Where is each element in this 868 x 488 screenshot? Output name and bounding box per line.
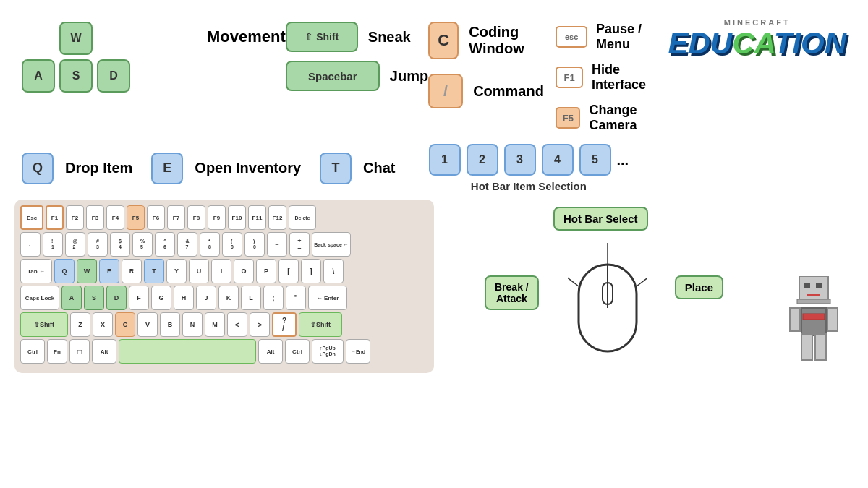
kb-B: B <box>160 312 180 337</box>
hotbar-key-4: 4 <box>542 144 574 176</box>
kb-f9: F9 <box>208 205 226 230</box>
kb-R: R <box>122 259 142 283</box>
hotbar-select-box: Hot Bar Select <box>553 207 648 231</box>
pause-label: Pause / Menu <box>596 22 668 52</box>
hide-row: F1 Hide Interface <box>556 62 668 93</box>
kb-K: K <box>218 286 239 310</box>
svg-rect-16 <box>790 308 800 331</box>
movement-label: Movement <box>207 27 286 46</box>
sneak-row: ⇧ Shift Sneak <box>286 22 428 52</box>
key-spacebar: Spacebar <box>286 61 380 91</box>
kb-U: U <box>189 259 209 283</box>
hotbar-label: Hot Bar Item Selection <box>429 180 629 192</box>
coding-section: C Coding Window / Command <box>428 22 556 108</box>
camera-label: Change Camera <box>589 103 668 133</box>
key-slash: / <box>428 74 463 108</box>
kb-minus: − <box>267 232 287 257</box>
logo-education-text: EDUCATION <box>668 28 846 59</box>
camera-row: F5 Change Camera <box>556 103 668 133</box>
kb-V: V <box>137 312 158 337</box>
svg-rect-8 <box>804 283 810 288</box>
hotbar-dots: ... <box>617 152 629 168</box>
movement-group: W A S D <box>22 22 130 93</box>
kb-row-bottom: Ctrl Fn □ Alt Alt Ctrl ↑PgUp↓PgDn →End <box>20 339 428 364</box>
key-f1: F1 <box>556 67 583 88</box>
coding-window-row: C Coding Window <box>428 22 556 59</box>
kb-I: I <box>211 259 231 283</box>
kb-quote: " <box>286 286 306 310</box>
kb-M: M <box>205 312 225 337</box>
kb-shift-l: ⇧Shift <box>20 312 68 337</box>
key-esc: esc <box>556 26 587 48</box>
kb-6: ^6 <box>155 232 175 257</box>
character-svg <box>781 276 846 363</box>
kb-spacebar <box>119 339 256 364</box>
mouse-diagram: Hot Bar Select Break /Attack Place <box>485 207 731 373</box>
kb-backslash: \ <box>323 259 344 283</box>
kb-3: #3 <box>88 232 108 257</box>
kb-0: )0 <box>244 232 265 257</box>
kb-S: S <box>84 286 104 310</box>
kb-f6: F6 <box>147 205 165 230</box>
kb-bracket-r: ] <box>301 259 321 283</box>
kb-f2: F2 <box>66 205 84 230</box>
kb-7: &7 <box>177 232 197 257</box>
hotbar-numbers: 1 2 3 4 5 ... <box>429 144 629 176</box>
sneak-label: Sneak <box>368 29 411 46</box>
kb-O: O <box>234 259 254 283</box>
kb-f8: F8 <box>187 205 205 230</box>
svg-line-6 <box>637 250 647 286</box>
kb-backspace: Back space ← <box>312 232 351 257</box>
kb-delete: Delete <box>289 205 316 230</box>
mouse-svg <box>568 243 647 359</box>
key-q: Q <box>22 153 54 184</box>
svg-rect-17 <box>827 308 838 331</box>
jump-row: Spacebar Jump <box>286 61 428 91</box>
key-shift: ⇧ Shift <box>286 22 358 52</box>
svg-rect-9 <box>816 283 822 288</box>
kb-Q: Q <box>54 259 75 283</box>
kb-super: □ <box>69 339 90 364</box>
kb-f4: F4 <box>106 205 124 230</box>
svg-line-5 <box>568 250 579 286</box>
kb-ctrl-l: Ctrl <box>20 339 45 364</box>
svg-rect-12 <box>801 308 826 335</box>
kb-semicolon: ; <box>263 286 284 310</box>
kb-8: *8 <box>200 232 220 257</box>
chat-label: Chat <box>363 160 395 176</box>
kb-2: @2 <box>65 232 85 257</box>
function-section: esc Pause / Menu F1 Hide Interface F5 Ch… <box>556 22 668 133</box>
kb-C: C <box>115 312 135 337</box>
key-t: T <box>320 153 352 184</box>
command-row: / Command <box>428 74 556 108</box>
kb-A: A <box>61 286 82 310</box>
top-section: W A S D Movement ⇧ Shift Sneak Spacebar … <box>0 0 868 140</box>
kb-Z: Z <box>70 312 90 337</box>
svg-rect-15 <box>815 334 826 360</box>
command-label: Command <box>473 83 544 100</box>
kb-G: G <box>151 286 171 310</box>
kb-4: $4 <box>110 232 130 257</box>
kb-5: %5 <box>132 232 153 257</box>
break-attack-box: Break /Attack <box>485 275 539 310</box>
kb-f1: F1 <box>46 205 64 230</box>
kb-bracket-l: [ <box>278 259 299 283</box>
key-a: A <box>22 59 55 93</box>
bottom-section: Esc F1 F2 F3 F4 F5 F6 F7 F8 F9 F10 F11 F… <box>0 196 868 377</box>
mouse-section: Hot Bar Select Break /Attack Place <box>448 200 767 373</box>
key-w: W <box>59 22 93 55</box>
kb-row-qwerty: Tab ← Q W E R T Y U I O P [ ] \ <box>20 259 428 283</box>
kb-f7: F7 <box>167 205 185 230</box>
kb-D: D <box>106 286 127 310</box>
kb-fn: Fn <box>47 339 67 364</box>
key-c: C <box>428 22 459 59</box>
qet-hotbar-section: Q Drop Item E Open Inventory T Chat 1 2 … <box>0 140 868 196</box>
controls-section: ⇧ Shift Sneak Spacebar Jump <box>286 22 428 91</box>
character-section <box>781 276 854 366</box>
kb-F: F <box>129 286 149 310</box>
kb-X: X <box>93 312 113 337</box>
kb-f11: F11 <box>248 205 266 230</box>
kb-f5: F5 <box>127 205 145 230</box>
hotbar-key-1: 1 <box>429 144 461 176</box>
svg-rect-13 <box>803 314 825 320</box>
